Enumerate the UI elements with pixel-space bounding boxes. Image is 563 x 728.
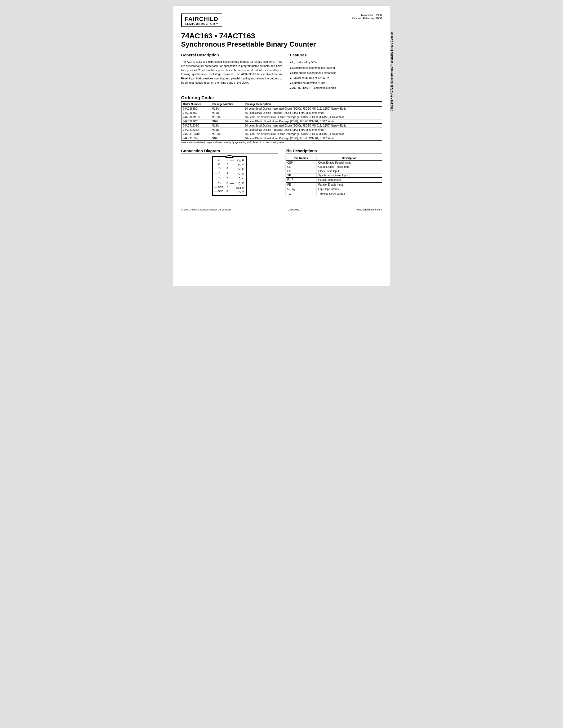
bottom-section: Connection Diagram SR1CP2P03P14P25P36CEP…	[181, 149, 382, 196]
list-item: TCTerminal Count Output	[286, 192, 382, 196]
left-pins: SR1CP2P03P14P25P36CEP7GND8	[214, 158, 229, 194]
list-item: PEParallel Enable Input	[286, 182, 382, 187]
logo-sub: SEMICONDUCTOR™	[185, 23, 218, 25]
left-pin: GND8	[214, 190, 229, 193]
right-pins: 16VCC15TC14Q₀13Q₁12Q₂11Q₃10CET9PE	[230, 158, 245, 194]
page: 74AC163 • 74ACT163 Synchronous Presettab…	[173, 5, 390, 286]
table-row: 74ACT163PCN16E16-Lead Plastic Dual-In-Li…	[181, 136, 382, 140]
left-pin: P14	[214, 171, 229, 175]
date-line2: Revised February 2000	[352, 17, 382, 20]
right-pin: 14Q₀	[230, 167, 245, 171]
col-description: Description	[317, 156, 382, 160]
table-row: 74AC163SJM16D16-Lead Small Outline Packa…	[181, 111, 382, 115]
features-col: Features ICC reduced by 50% Synchronous …	[290, 53, 382, 91]
title-line1: 74AC163 • 74ACT163	[181, 32, 382, 40]
title-line2: Synchronous Presettable Binary Counter	[181, 40, 382, 48]
col-order-number: Order Number	[181, 102, 210, 106]
ic-notch	[225, 155, 233, 158]
ordering-section: Ordering Code: Order Number Package Numb…	[181, 95, 382, 144]
left-pin: P25	[214, 176, 229, 180]
table-row: 74AC163SCM16A16-Lead Small Outline Integ…	[181, 106, 382, 111]
feature-item: ICC reduced by 50%	[290, 60, 382, 65]
logo-name: FAIRCHILD	[185, 16, 218, 23]
table-row: 74ACT163SCM16A16-Lead Small Outline Inte…	[181, 123, 382, 128]
header: FAIRCHILD SEMICONDUCTOR™ November 1988 R…	[181, 14, 382, 27]
left-pin: P03	[214, 166, 229, 170]
ordering-heading: Ordering Code:	[181, 95, 382, 102]
date-line1: November 1988	[352, 14, 382, 17]
side-label: 74AC163 • 74ACT163 Synchronous Presettab…	[390, 32, 400, 111]
list-item: CPClock Pulse Input	[286, 169, 382, 173]
right-pin: 9PE	[230, 190, 245, 194]
list-item: Q0–Q3Flip-Flop Outputs	[286, 187, 382, 192]
right-pin: 15TC	[230, 163, 245, 166]
main-title: 74AC163 • 74ACT163 Synchronous Presettab…	[181, 32, 382, 48]
col-package-desc: Package Description	[243, 102, 382, 106]
left-pin: CP2	[214, 162, 229, 165]
footer-doc: DS009932	[288, 208, 300, 211]
footer-copyright: © 2000 Fairchild Semiconductor Corporati…	[181, 208, 231, 211]
features-heading: Features	[290, 53, 382, 58]
list-item: P0–P3Parallel Data Inputs	[286, 177, 382, 182]
ordering-footnote: Device also available in Tape and Reel. …	[181, 141, 382, 144]
feature-item: ACT163 has TTL-compatible inputs	[290, 86, 382, 91]
feature-item: Outputs source/sink 24 mA	[290, 80, 382, 86]
table-row: 74ACT163MTCMTC1616-Lead Thin Shrink Smal…	[181, 132, 382, 136]
left-pin: P36	[214, 181, 229, 185]
feature-item: Synchronous counting and loading	[290, 65, 382, 70]
feature-item: Typical count rate of 125 MHz	[290, 75, 382, 80]
right-pin: 12Q₂	[230, 177, 245, 181]
connection-diagram-heading: Connection Diagram	[181, 149, 277, 154]
ordering-table: Order Number Package Number Package Desc…	[181, 102, 382, 141]
left-pin: SR1	[214, 158, 229, 161]
list-item: CEPCount Enable Parallel Input	[286, 160, 382, 165]
connection-diagram: SR1CP2P03P14P25P36CEP7GND8 16VCC15TC14Q₀…	[181, 156, 277, 196]
date-block: November 1988 Revised February 2000	[352, 14, 382, 20]
right-pin: 16VCC	[230, 158, 245, 162]
right-pin: 10CET	[230, 186, 245, 190]
general-desc-heading: General Description	[181, 53, 282, 58]
right-pin: 13Q₁	[230, 172, 245, 176]
table-row: 74AC163PCN16E16-Lead Plastic Dual-In-Lin…	[181, 119, 382, 123]
list-item: SRSynchronous Reset Input	[286, 173, 382, 177]
right-pin: 11Q₃	[230, 182, 245, 186]
col-pin-names: Pin Names	[286, 156, 317, 160]
feature-item: High-speed synchronous expansion	[290, 70, 382, 75]
table-row: 74AC163MTCMTC1616-Lead Thin Shrink Small…	[181, 115, 382, 119]
desc-features-section: General Description The AC/ACT163 are hi…	[181, 53, 382, 91]
pin-descriptions-heading: Pin Descriptions	[286, 149, 382, 154]
col-package-number: Package Number	[210, 102, 243, 106]
left-pin: CEP7	[214, 186, 229, 189]
table-row: 74ACT163SJM16D16-Lead Small Outline Pack…	[181, 128, 382, 132]
list-item: CETCount Enable Trickle Input	[286, 165, 382, 169]
connection-diagram-col: Connection Diagram SR1CP2P03P14P25P36CEP…	[181, 149, 277, 196]
general-description-col: General Description The AC/ACT163 are hi…	[181, 53, 282, 91]
ic-package: SR1CP2P03P14P25P36CEP7GND8 16VCC15TC14Q₀…	[212, 156, 247, 196]
footer-website: www.fairchildsemi.com	[356, 208, 382, 211]
pin-desc-table: Pin Names Description CEPCount Enable Pa…	[286, 156, 382, 196]
pin-rows: SR1CP2P03P14P25P36CEP7GND8 16VCC15TC14Q₀…	[213, 158, 246, 194]
logo-block: FAIRCHILD SEMICONDUCTOR™	[181, 14, 222, 27]
pin-descriptions-col: Pin Descriptions Pin Names Description C…	[286, 149, 382, 196]
general-desc-text: The AC/ACT163 are high-speed synchronous…	[181, 60, 282, 85]
footer: © 2000 Fairchild Semiconductor Corporati…	[181, 207, 382, 211]
features-list: ICC reduced by 50% Synchronous counting …	[290, 60, 382, 91]
